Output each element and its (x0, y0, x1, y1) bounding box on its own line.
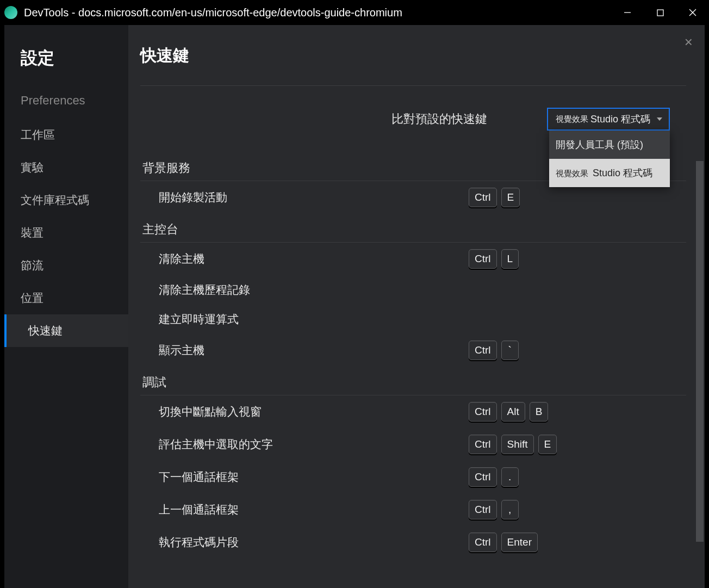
window-controls (611, 0, 709, 25)
shortcut-label: 評估主機中選取的文字 (159, 437, 469, 452)
section-header: 主控台 (140, 217, 686, 243)
shortcut-section: 主控台清除主機CtrlL清除主機歷程記錄建立即時運算式顯示主機Ctrl` (140, 214, 686, 367)
shortcut-row: 上一個通話框架Ctrl, (140, 493, 686, 526)
keycap: Alt (501, 402, 525, 422)
settings-panel: 設定 Preferences工作區實驗文件庫程式碼裝置節流位置快速鍵 × 快速鍵… (4, 25, 705, 588)
keycap: Ctrl (469, 188, 497, 207)
preset-option-devtools[interactable]: 開發人員工具 (預設) (549, 131, 670, 159)
keycap: Shift (501, 435, 534, 454)
shortcut-keys: CtrlEnter (469, 533, 686, 552)
shortcut-row: 顯示主機Ctrl` (140, 334, 686, 367)
minimize-button[interactable] (611, 0, 644, 25)
shortcut-keys: CtrlShiftE (469, 435, 686, 454)
shortcut-keys: Ctrl. (469, 467, 686, 487)
sidebar-item-7[interactable]: 快速鍵 (4, 314, 128, 347)
shortcut-label: 切換中斷點輸入視窗 (159, 404, 469, 419)
preset-select-value: Studio 程式碼 (590, 113, 650, 126)
keycap: Ctrl (469, 467, 497, 487)
keycap: L (501, 249, 519, 269)
keycap: Ctrl (469, 341, 497, 360)
shortcut-section: 調試切換中斷點輸入視窗CtrlAltB評估主機中選取的文字CtrlShiftE下… (140, 367, 686, 559)
shortcut-row: 清除主機歷程記錄 (140, 275, 686, 305)
preset-dropdown: 開發人員工具 (預設) 視覺效果 Studio 程式碼 (549, 131, 670, 187)
window-title: DevTools - docs.microsoft.com/en-us/micr… (24, 7, 611, 19)
shortcut-row: 切換中斷點輸入視窗CtrlAltB (140, 395, 686, 428)
shortcut-label: 下一個通話框架 (159, 469, 469, 485)
page-title: 快速鍵 (140, 45, 686, 86)
section-header: 調試 (140, 370, 686, 395)
sidebar-title: 設定 (4, 47, 128, 85)
keycap: ` (501, 341, 519, 360)
keycap: Ctrl (469, 435, 497, 454)
shortcut-label: 執行程式碼片段 (159, 535, 469, 550)
title-bar: DevTools - docs.microsoft.com/en-us/micr… (0, 0, 709, 25)
shortcut-row: 評估主機中選取的文字CtrlShiftE (140, 428, 686, 461)
keycap: E (501, 188, 520, 207)
match-preset-label: 比對預設的快速鍵 (391, 111, 487, 127)
keycap: , (501, 500, 519, 519)
shortcut-row: 清除主機CtrlL (140, 243, 686, 275)
sidebar-item-1[interactable]: 工作區 (4, 119, 128, 151)
close-button[interactable] (676, 0, 709, 25)
keycap: . (501, 467, 519, 487)
shortcut-keys: Ctrl` (469, 341, 686, 360)
keycap: B (530, 402, 549, 422)
shortcut-label: 清除主機歷程記錄 (159, 282, 469, 298)
chevron-down-icon (657, 117, 662, 121)
scrollbar-thumb[interactable] (696, 161, 704, 542)
keycap: Enter (501, 533, 538, 552)
keycap: Ctrl (469, 533, 497, 552)
shortcut-keys: Ctrl, (469, 500, 686, 519)
shortcut-label: 清除主機 (159, 251, 469, 267)
keycap: Ctrl (469, 402, 497, 422)
keycap: Ctrl (469, 500, 497, 519)
shortcut-keys: CtrlAltB (469, 402, 686, 422)
sidebar-item-3[interactable]: 文件庫程式碼 (4, 184, 128, 216)
app-icon (4, 6, 17, 19)
preset-select-prefix: 視覺效果 (556, 114, 588, 125)
shortcut-keys: CtrlL (469, 249, 686, 269)
shortcut-label: 建立即時運算式 (159, 312, 469, 327)
settings-main: × 快速鍵 比對預設的快速鍵 視覺效果 Studio 程式碼 開發人員工具 (預… (128, 25, 705, 588)
settings-sidebar: 設定 Preferences工作區實驗文件庫程式碼裝置節流位置快速鍵 (4, 25, 128, 588)
sidebar-item-0[interactable]: Preferences (4, 85, 128, 119)
svg-rect-1 (657, 10, 663, 16)
shortcut-keys: CtrlE (469, 188, 686, 207)
sidebar-item-4[interactable]: 裝置 (4, 216, 128, 249)
shortcut-label: 上一個通話框架 (159, 502, 469, 517)
keycap: Ctrl (469, 249, 497, 269)
shortcut-label: 開始錄製活動 (159, 190, 469, 205)
shortcut-row: 執行程式碼片段CtrlEnter (140, 526, 686, 559)
match-preset-row: 比對預設的快速鍵 視覺效果 Studio 程式碼 開發人員工具 (預設) 視覺效… (140, 86, 686, 152)
shortcut-row: 建立即時運算式 (140, 305, 686, 334)
close-settings-button[interactable]: × (685, 35, 693, 49)
shortcut-row: 下一個通話框架Ctrl. (140, 461, 686, 493)
sidebar-item-2[interactable]: 實驗 (4, 151, 128, 184)
preset-option-vscode[interactable]: 視覺效果 Studio 程式碼 (549, 159, 670, 187)
sidebar-item-5[interactable]: 節流 (4, 249, 128, 282)
sidebar-item-6[interactable]: 位置 (4, 282, 128, 314)
preset-select[interactable]: 視覺效果 Studio 程式碼 (547, 108, 670, 131)
maximize-button[interactable] (644, 0, 676, 25)
shortcut-label: 顯示主機 (159, 343, 469, 358)
keycap: E (538, 435, 557, 454)
